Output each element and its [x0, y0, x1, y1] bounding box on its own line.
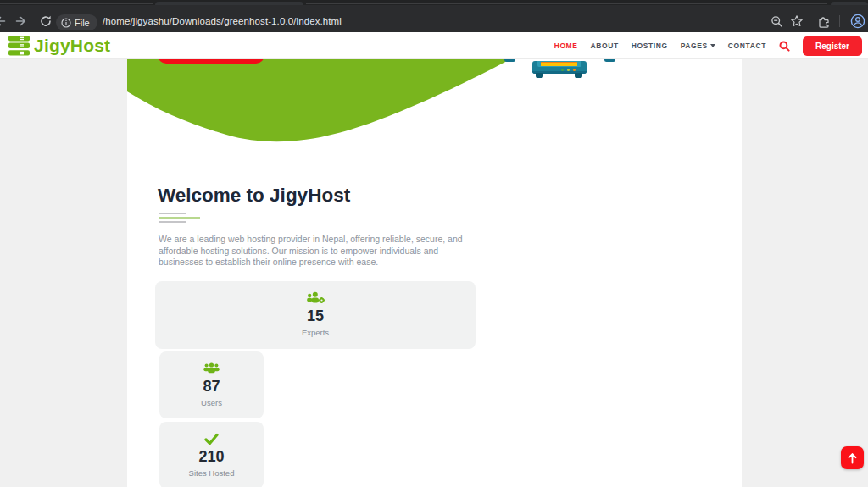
title-divider	[159, 213, 200, 225]
file-scheme-label: File	[75, 18, 90, 28]
back-icon[interactable]	[0, 14, 6, 28]
browser-toolbar: File /home/jigyashu/Downloads/greenhost-…	[0, 5, 868, 32]
stat-card-users: 87 Users	[159, 351, 264, 418]
bookmark-star-icon[interactable]	[790, 14, 804, 28]
arrow-up-icon	[847, 452, 858, 464]
stat-label: Users	[159, 398, 264, 407]
divider-line	[159, 213, 186, 214]
experts-icon	[155, 291, 476, 305]
stat-label: Experts	[155, 328, 476, 337]
nav-menu: HOME ABOUT HOSTING PAGES CONTACT Registe…	[554, 32, 862, 59]
stat-card-sites-hosted: 210 Sites Hosted	[159, 422, 264, 487]
profile-avatar[interactable]	[850, 14, 864, 27]
stat-value: 210	[159, 448, 264, 466]
intro-paragraph: We are a leading web hosting provider in…	[159, 234, 470, 268]
page-title: Welcome to JigyHost	[158, 185, 350, 207]
server-stack-icon	[8, 36, 30, 56]
toolbar-divider	[839, 15, 840, 27]
stat-card-experts: 15 Experts	[155, 281, 476, 349]
tab-edge	[0, 3, 153, 4]
reload-icon[interactable]	[39, 14, 53, 28]
server-foot	[536, 73, 543, 78]
extensions-icon[interactable]	[817, 14, 831, 28]
forward-icon[interactable]	[15, 14, 29, 28]
url-bar[interactable]: /home/jigyashu/Downloads/greenhost-1.0.0…	[103, 16, 342, 26]
browser-chrome: File /home/jigyashu/Downloads/greenhost-…	[0, 0, 868, 32]
register-button[interactable]: Register	[803, 36, 862, 56]
scroll-to-top-button[interactable]	[841, 446, 864, 469]
stat-label: Sites Hosted	[159, 468, 264, 478]
server-illustration	[532, 61, 587, 74]
check-icon	[159, 432, 264, 445]
server-screen	[541, 62, 577, 66]
stat-value: 15	[155, 307, 476, 325]
nav-link-home[interactable]: HOME	[554, 42, 578, 50]
nav-link-contact[interactable]: CONTACT	[728, 42, 766, 50]
page-background: Welcome to JigyHost We are a leading web…	[0, 59, 868, 487]
brand-name: JigyHost	[34, 36, 110, 56]
brand-logo[interactable]: JigyHost	[8, 36, 110, 56]
zoom-level-icon[interactable]	[771, 15, 784, 29]
nav-link-pages[interactable]: PAGES	[681, 42, 715, 50]
info-icon	[61, 18, 71, 28]
nav-link-pages-label: PAGES	[681, 42, 708, 50]
search-icon[interactable]	[779, 41, 790, 52]
server-foot	[575, 73, 582, 78]
site-navbar: JigyHost HOME ABOUT HOSTING PAGES CONTAC…	[0, 32, 868, 59]
tab-edge	[306, 3, 827, 4]
page-content: Welcome to JigyHost We are a leading web…	[127, 59, 742, 487]
chevron-down-icon	[710, 44, 715, 47]
site-info-chip[interactable]: File	[56, 14, 97, 30]
divider-line	[159, 221, 186, 223]
divider-line	[159, 217, 200, 219]
nav-link-hosting[interactable]: HOSTING	[632, 42, 668, 50]
hero-wave-shape	[127, 59, 742, 152]
stat-value: 87	[159, 378, 264, 396]
users-icon	[159, 362, 264, 375]
nav-link-about[interactable]: ABOUT	[591, 42, 619, 50]
